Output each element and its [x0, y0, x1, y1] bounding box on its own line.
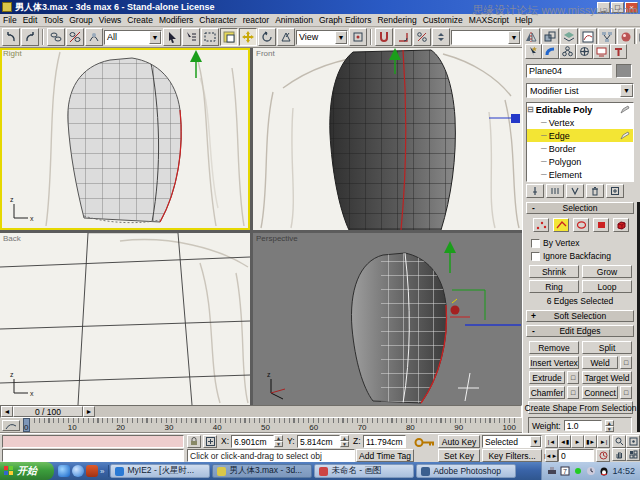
pin-stack-button[interactable]	[526, 184, 544, 198]
rectangular-selection-button[interactable]	[201, 28, 219, 46]
spinner-snap-button[interactable]	[432, 28, 450, 46]
menu-edit[interactable]: Edit	[20, 15, 41, 25]
weld-settings-button[interactable]: □	[620, 356, 632, 369]
menu-file[interactable]: File	[0, 15, 20, 25]
vertex-mode-button[interactable]	[533, 218, 549, 232]
dropdown-arrow-icon[interactable]: ▼	[620, 84, 633, 97]
ring-button[interactable]: Ring	[529, 280, 579, 293]
current-frame-field[interactable]: 0	[558, 449, 594, 462]
chamfer-settings-button[interactable]: □	[567, 386, 579, 399]
menu-views[interactable]: Views	[96, 15, 125, 25]
edge-mode-button[interactable]	[553, 218, 569, 232]
previous-frame-button[interactable]: ◄▮	[558, 435, 571, 448]
set-key-button[interactable]: Set Key	[438, 449, 480, 462]
loop-button[interactable]: Loop	[582, 280, 632, 293]
select-link-button[interactable]	[47, 28, 65, 46]
gizmo-handle[interactable]	[489, 114, 520, 123]
menu-graph-editors[interactable]: Graph Editors	[316, 15, 374, 25]
menu-customize[interactable]: Customize	[420, 15, 466, 25]
viewport-right[interactable]: zx Right	[0, 48, 250, 230]
collapse-icon[interactable]: ⊟	[527, 105, 534, 114]
move-gizmo[interactable]	[444, 241, 521, 325]
frame-back-button[interactable]: ◄	[1, 406, 13, 417]
stack-vertex[interactable]: ─Vertex	[527, 116, 633, 129]
add-time-tag[interactable]: Add Time Tag	[356, 449, 414, 462]
viewport-back[interactable]: zx Back	[0, 233, 250, 405]
tab-hierarchy[interactable]	[559, 44, 576, 59]
select-by-name-button[interactable]	[182, 28, 200, 46]
dropdown-arrow-icon[interactable]: ▼	[508, 31, 520, 44]
quick-launch-overflow-chevron[interactable]: »	[100, 467, 104, 476]
stack-edge[interactable]: ─Edge	[527, 129, 633, 142]
menu-modifiers[interactable]: Modifiers	[156, 15, 196, 25]
task-3dsmax[interactable]: 男人体3.max - 3d...	[212, 464, 312, 478]
zoom-extents-button[interactable]	[626, 435, 640, 448]
by-vertex-checkbox[interactable]: By Vertex	[531, 238, 579, 248]
angle-snap-button[interactable]	[394, 28, 412, 46]
tab-utilities[interactable]	[610, 44, 627, 59]
menu-create[interactable]: Create	[124, 15, 156, 25]
object-color-swatch[interactable]	[616, 64, 632, 78]
frame-forward-button[interactable]: ►	[83, 406, 95, 417]
use-center-button[interactable]	[349, 28, 367, 46]
bind-spacewarp-button[interactable]	[85, 28, 103, 46]
modifier-list-dropdown[interactable]: Modifier List ▼	[526, 83, 634, 98]
configure-modifier-sets-button[interactable]	[606, 184, 624, 198]
tab-display[interactable]	[593, 44, 610, 59]
checkbox-box[interactable]	[531, 239, 540, 248]
z-coordinate-field[interactable]: 11.794cm	[363, 435, 406, 448]
spinner-down[interactable]: ▼	[605, 426, 614, 432]
taskbar-clock[interactable]: 14:52	[612, 466, 635, 476]
selection-filter-dropdown[interactable]: All▼	[104, 30, 162, 45]
menu-tools[interactable]: Tools	[40, 15, 66, 25]
task-photoshop[interactable]: Adobe Photoshop	[416, 464, 516, 478]
selection-rollout-header[interactable]: - Selection	[526, 202, 634, 214]
insert-vertex-button[interactable]: Insert Vertex	[529, 356, 579, 369]
play-button[interactable]: ►	[571, 435, 584, 448]
start-button[interactable]: 开始	[0, 462, 54, 480]
stack-polygon[interactable]: ─Polygon	[527, 155, 633, 168]
viewport-label[interactable]: Back	[3, 234, 21, 243]
maxscript-listener-pink[interactable]	[2, 435, 184, 448]
key-filters-button[interactable]: Key Filters...	[482, 449, 542, 462]
chamfer-button[interactable]: Chamfer	[529, 386, 565, 399]
go-to-start-button[interactable]: |◄	[545, 435, 558, 448]
redo-button[interactable]	[21, 28, 39, 46]
key-mode-toggle-button[interactable]: |◄►|	[545, 449, 558, 462]
weight-field[interactable]: 1.0	[564, 420, 602, 431]
track-bar[interactable]: 0 10 20 30 40 50 60 70 80 90 100	[0, 418, 522, 433]
target-weld-button[interactable]: Target Weld	[582, 371, 632, 384]
printer-icon[interactable]	[547, 466, 557, 476]
ignore-backfacing-checkbox[interactable]: Ignore Backfacing	[531, 251, 611, 261]
weld-button[interactable]: Weld	[582, 356, 618, 369]
app-shortcut-icon[interactable]	[86, 465, 98, 477]
stack-editable-poly[interactable]: ⊟ Editable Poly	[527, 103, 633, 116]
absolute-mode-button[interactable]	[203, 435, 217, 448]
x-coordinate-field[interactable]: 6.901cm	[231, 435, 274, 448]
task-paint[interactable]: 未命名 - 画图	[314, 464, 414, 478]
element-mode-button[interactable]	[613, 218, 629, 232]
y-coordinate-field[interactable]: 5.814cm	[297, 435, 340, 448]
border-mode-button[interactable]	[573, 218, 589, 232]
volume-icon[interactable]	[573, 466, 583, 476]
make-unique-button[interactable]	[566, 184, 584, 198]
menu-animation[interactable]: Animation	[272, 15, 316, 25]
mini-curve-editor-button[interactable]	[2, 420, 20, 431]
auto-key-button[interactable]: Auto Key	[438, 435, 480, 448]
unlink-button[interactable]	[66, 28, 84, 46]
connect-settings-button[interactable]: □	[620, 386, 632, 399]
clock-app-icon[interactable]	[586, 466, 596, 476]
viewport-label[interactable]: Right	[3, 49, 22, 58]
window-crossing-button[interactable]	[220, 28, 238, 46]
time-configuration-button[interactable]	[596, 449, 610, 462]
remove-button[interactable]: Remove	[529, 341, 579, 354]
reference-coordsys-dropdown[interactable]: View▼	[296, 30, 348, 45]
selection-lock-button[interactable]	[187, 435, 201, 448]
extrude-button[interactable]: Extrude	[529, 371, 565, 384]
viewport-label[interactable]: Front	[256, 49, 275, 58]
stack-border[interactable]: ─Border	[527, 142, 633, 155]
media-player-icon[interactable]	[58, 465, 70, 477]
pan-button[interactable]	[612, 448, 626, 461]
checkbox-box[interactable]	[531, 252, 540, 261]
y-spinner[interactable]: ▲▼	[340, 435, 349, 447]
